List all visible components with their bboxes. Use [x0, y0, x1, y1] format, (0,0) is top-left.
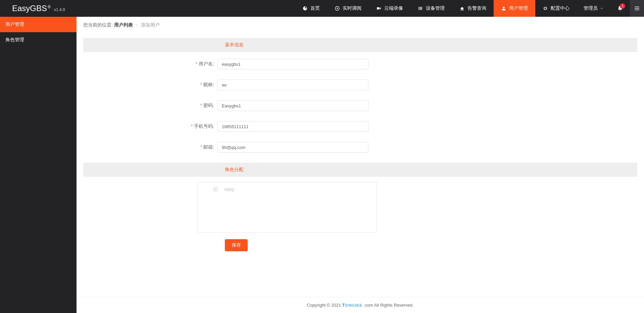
body: 用户管理 角色管理 您当前的位置: 用户列表 › 添加用户 基本信息 *用户名:: [0, 17, 644, 313]
input-nickname[interactable]: [217, 80, 368, 90]
breadcrumb-current: 添加用户: [141, 22, 160, 28]
role-checkbox[interactable]: [213, 187, 218, 192]
footer-copyright: Copyright © 2021: [307, 303, 342, 308]
role-wrap: easy: [83, 182, 637, 232]
label-email: *邮箱:: [83, 144, 217, 150]
dashboard-icon: [302, 6, 308, 11]
section-role-head: 角色分配: [83, 163, 637, 177]
footer-brand-link[interactable]: TSINGSEE: [342, 303, 362, 308]
input-phone[interactable]: [217, 121, 368, 132]
header-right: 管理员 1: [577, 0, 644, 17]
nav-label: 云端录像: [384, 5, 403, 11]
admin-label: 管理员: [584, 5, 598, 11]
role-label: easy: [225, 187, 235, 192]
nav-label: 实时调阅: [343, 5, 361, 11]
row-phone: *手机号码:: [83, 121, 637, 132]
footer: Copyright © 2021 TSINGSEE .com All Right…: [77, 297, 644, 313]
notification-badge: 1: [620, 3, 625, 9]
brand-version: v1.4.9: [54, 7, 65, 12]
input-username[interactable]: [217, 59, 368, 69]
nav-home[interactable]: 首页: [295, 0, 327, 17]
main: 您当前的位置: 用户列表 › 添加用户 基本信息 *用户名: *昵称:: [77, 17, 644, 313]
sidebar-item-label: 用户管理: [5, 21, 24, 27]
brand-registered: ®: [48, 5, 51, 9]
menu-icon: [634, 5, 640, 11]
sidebar-item-label: 角色管理: [5, 37, 24, 42]
row-password: *密码:: [83, 100, 637, 111]
video-icon: [376, 6, 382, 11]
brand-name: EasyGBS: [12, 4, 47, 13]
role-row: easy: [203, 187, 371, 192]
row-email: *邮箱:: [83, 142, 637, 153]
role-list[interactable]: easy: [197, 182, 377, 232]
user-icon: [501, 6, 506, 11]
input-password[interactable]: [217, 100, 368, 111]
nav-label: 首页: [310, 5, 320, 11]
row-nickname: *昵称:: [83, 80, 637, 90]
nav-user[interactable]: 用户管理: [494, 0, 535, 17]
svg-rect-4: [422, 7, 422, 10]
form-panel: 基本信息 *用户名: *昵称: *密码: *手机号码:: [83, 38, 637, 251]
nav-label: 设备管理: [426, 5, 445, 11]
breadcrumb: 您当前的位置: 用户列表 › 添加用户: [77, 17, 644, 34]
check-icon: [214, 188, 217, 191]
section-role-title: 角色分配: [225, 167, 637, 173]
chevron-down-icon: [600, 6, 604, 10]
section-basic-head: 基本信息: [83, 38, 637, 52]
alert-icon: [459, 6, 465, 11]
save-button[interactable]: 保存: [225, 239, 248, 251]
label-nickname: *昵称:: [83, 82, 217, 88]
section-basic-title: 基本信息: [225, 42, 637, 48]
hamburger-menu[interactable]: [630, 0, 644, 17]
sidebar-item-role-mgmt[interactable]: 角色管理: [0, 32, 77, 48]
svg-rect-2: [419, 7, 419, 10]
sidebar-item-user-mgmt[interactable]: 用户管理: [0, 17, 77, 32]
sidebar: 用户管理 角色管理: [0, 17, 77, 313]
top-nav: 首页 实时调阅 云端录像 设备管理 告警查询: [295, 0, 577, 17]
label-username: *用户名:: [83, 61, 217, 67]
notification-bell[interactable]: 1: [610, 0, 630, 17]
footer-suffix: .com All Rights Reserved.: [364, 303, 414, 308]
admin-dropdown[interactable]: 管理员: [577, 0, 610, 17]
nav-label: 用户管理: [509, 5, 528, 11]
svg-rect-1: [377, 7, 380, 10]
label-password: *密码:: [83, 103, 217, 109]
breadcrumb-sep: ›: [136, 22, 138, 28]
content: 基本信息 *用户名: *昵称: *密码: *手机号码:: [77, 34, 644, 297]
input-email[interactable]: [217, 142, 368, 153]
nav-label: 告警查询: [467, 5, 486, 11]
nav-label: 配置中心: [551, 5, 569, 11]
brand: EasyGBS ® v1.4.9: [0, 4, 77, 13]
nav-config[interactable]: 配置中心: [535, 0, 577, 17]
gear-icon: [543, 6, 548, 11]
nav-alarm[interactable]: 告警查询: [452, 0, 494, 17]
play-icon: [335, 6, 340, 11]
row-username: *用户名:: [83, 59, 637, 69]
bars-icon: [418, 6, 423, 11]
breadcrumb-prefix: 您当前的位置:: [83, 22, 113, 28]
nav-realtime[interactable]: 实时调阅: [327, 0, 369, 17]
label-phone: *手机号码:: [83, 123, 217, 129]
top-header: EasyGBS ® v1.4.9 首页 实时调阅 云端录像 设备管理: [0, 0, 644, 17]
nav-device[interactable]: 设备管理: [410, 0, 452, 17]
svg-point-5: [503, 7, 504, 8]
svg-rect-3: [420, 7, 421, 10]
breadcrumb-link[interactable]: 用户列表: [114, 22, 133, 28]
nav-cloud-record[interactable]: 云端录像: [369, 0, 410, 17]
